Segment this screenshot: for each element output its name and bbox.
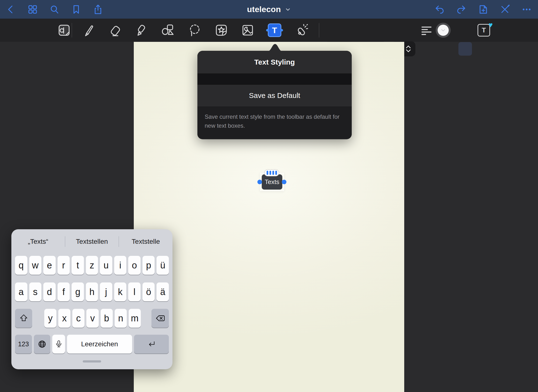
key-i[interactable]: i: [114, 256, 127, 275]
suggestion-middle[interactable]: Textstellen: [65, 238, 119, 245]
nav-right-group: [433, 0, 533, 19]
stepper-chevrons-icon: [405, 45, 411, 53]
key-w[interactable]: w: [29, 256, 42, 275]
grid-icon: [27, 4, 38, 15]
space-key[interactable]: Leerzeichen: [67, 335, 132, 354]
toolbar-divider-2: [319, 23, 319, 37]
chevron-down-icon: [285, 6, 291, 13]
more-icon: [521, 4, 532, 15]
keyboard-drag-handle[interactable]: [83, 360, 101, 362]
add-page-icon: [478, 4, 488, 15]
dictation-key[interactable]: [52, 335, 65, 354]
key-g[interactable]: g: [72, 282, 84, 301]
image-icon: [241, 23, 255, 37]
key-n[interactable]: n: [115, 309, 127, 328]
globe-key[interactable]: [34, 335, 50, 354]
key-x[interactable]: x: [58, 309, 70, 328]
key-c[interactable]: c: [72, 309, 84, 328]
key-f[interactable]: f: [58, 282, 70, 301]
drag-bar-icon: [269, 171, 271, 175]
image-tool[interactable]: [240, 22, 255, 38]
suggestion-right[interactable]: Textstelle: [119, 238, 172, 245]
backspace-icon: [155, 313, 166, 324]
resize-handle-left[interactable]: [257, 180, 262, 184]
document-title-button[interactable]: utelecon: [247, 0, 291, 19]
globe-icon: [37, 339, 47, 349]
key-t[interactable]: t: [72, 256, 84, 275]
key-s[interactable]: s: [29, 282, 42, 301]
shapes-tool[interactable]: [160, 22, 176, 38]
key-a[interactable]: a: [15, 282, 27, 301]
key-o[interactable]: o: [128, 256, 141, 275]
key-r[interactable]: r: [58, 256, 70, 275]
favorite-text-label: T: [482, 26, 486, 34]
save-as-default-button[interactable]: Save as Default: [197, 85, 352, 106]
key-row-2: asdfghjklöä: [15, 282, 169, 301]
more-button[interactable]: [521, 3, 533, 15]
row-spacer: [34, 309, 42, 328]
key-b[interactable]: b: [101, 309, 113, 328]
microphone-icon: [54, 340, 63, 349]
popover-arrow: [268, 43, 282, 51]
text-box-drag-handle[interactable]: [264, 169, 279, 176]
highlighter-tool[interactable]: [134, 22, 149, 38]
search-button[interactable]: [48, 3, 60, 15]
key-d[interactable]: d: [43, 282, 56, 301]
key-j[interactable]: j: [100, 282, 112, 301]
key-row-3-letters: yxcvbnm: [44, 309, 141, 328]
bookmark-button[interactable]: [70, 3, 82, 15]
suggestion-bar: „Texts“ Textstellen Textstelle: [11, 229, 172, 254]
text-style-favorite-button[interactable]: T ♥: [476, 22, 492, 38]
key-ä[interactable]: ä: [157, 282, 169, 301]
key-e[interactable]: e: [43, 256, 56, 275]
key-z[interactable]: z: [86, 256, 98, 275]
suggestion-quoted[interactable]: „Texts“: [11, 238, 65, 245]
zoom-window-tool[interactable]: [56, 22, 72, 38]
thumbnails-button[interactable]: [27, 3, 39, 15]
search-icon: [49, 4, 60, 15]
shift-key[interactable]: [15, 309, 32, 328]
key-m[interactable]: m: [129, 309, 141, 328]
key-v[interactable]: v: [86, 309, 98, 328]
lasso-tool[interactable]: [187, 22, 202, 38]
text-box[interactable]: Texts: [262, 174, 282, 190]
backspace-key[interactable]: [151, 309, 169, 328]
text-color-button[interactable]: [436, 23, 451, 38]
text-styling-popover: Text Styling Save as Default Save curren…: [197, 51, 352, 139]
pen-tool[interactable]: [81, 22, 96, 38]
text-align-button[interactable]: [419, 22, 434, 38]
resize-handle-right[interactable]: [282, 180, 286, 184]
undo-button[interactable]: [433, 3, 446, 15]
return-key[interactable]: [134, 335, 169, 354]
key-y[interactable]: y: [44, 309, 56, 328]
key-ü[interactable]: ü: [157, 256, 169, 275]
key-h[interactable]: h: [86, 282, 98, 301]
key-l[interactable]: l: [128, 282, 141, 301]
numbers-key[interactable]: 123: [15, 335, 32, 354]
share-button[interactable]: [92, 3, 104, 15]
key-u[interactable]: u: [100, 256, 112, 275]
popover-title: Text Styling: [197, 51, 352, 74]
laser-tool[interactable]: [295, 22, 310, 38]
heart-icon: ♥: [488, 21, 493, 29]
shift-icon: [19, 313, 29, 323]
text-tool[interactable]: T: [267, 22, 282, 38]
popover-description-text: Save current text style from the toolbar…: [205, 112, 344, 130]
key-p[interactable]: p: [142, 256, 155, 275]
key-k[interactable]: k: [114, 282, 127, 301]
lasso-icon: [188, 23, 202, 37]
key-ö[interactable]: ö: [142, 282, 155, 301]
dimmed-navy-swatch[interactable]: [458, 42, 472, 56]
elements-tool[interactable]: [214, 22, 229, 38]
popover-description: Save current text style from the toolbar…: [197, 106, 352, 139]
eraser-tool[interactable]: [108, 22, 124, 38]
text-tool-handle-right: [281, 29, 283, 31]
nav-bar: utelecon: [0, 0, 538, 19]
redo-button[interactable]: [455, 3, 467, 15]
color-swatch-white: [438, 25, 449, 36]
add-page-button[interactable]: [477, 3, 489, 15]
key-q[interactable]: q: [15, 256, 27, 275]
back-button[interactable]: [5, 3, 17, 15]
exit-edit-button[interactable]: [499, 3, 511, 15]
toolbar-divider: [72, 23, 72, 37]
